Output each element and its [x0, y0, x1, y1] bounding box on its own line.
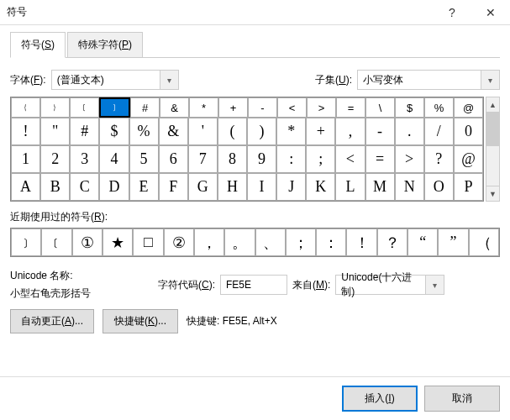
symbol-cell[interactable]: ； — [286, 228, 316, 256]
symbol-cell[interactable]: , — [335, 118, 365, 145]
symbol-cell[interactable]: @ — [454, 97, 483, 118]
symbol-cell[interactable]: 2 — [40, 145, 70, 173]
symbol-cell[interactable]: C — [70, 173, 99, 201]
symbol-cell[interactable]: 6 — [159, 145, 188, 173]
symbol-cell[interactable]: A — [11, 173, 40, 201]
symbol-cell[interactable]: - — [365, 118, 395, 145]
symbol-cell[interactable]: : — [276, 145, 306, 173]
symbol-cell[interactable]: / — [424, 118, 454, 145]
symbol-cell[interactable]: ① — [72, 228, 103, 256]
chevron-down-icon[interactable]: ▾ — [160, 71, 178, 89]
tab-special[interactable]: 特殊字符(P) — [67, 32, 143, 58]
symbol-cell[interactable]: ) — [247, 118, 276, 145]
symbol-cell[interactable]: ？ — [377, 228, 407, 256]
symbol-cell[interactable]: 7 — [188, 145, 218, 173]
symbol-cell[interactable]: 。 — [224, 228, 255, 256]
symbol-cell[interactable]: < — [277, 97, 307, 118]
symbol-cell[interactable]: + — [218, 97, 248, 118]
symbol-cell[interactable]: < — [335, 145, 365, 173]
close-button[interactable]: ✕ — [471, 0, 510, 25]
tab-symbols[interactable]: 符号(S) — [10, 32, 66, 58]
symbol-cell[interactable]: 、 — [255, 228, 286, 256]
symbol-cell[interactable]: % — [129, 118, 159, 145]
symbol-cell[interactable]: P — [454, 173, 483, 201]
symbol-cell[interactable]: 8 — [218, 145, 247, 173]
symbol-cell[interactable]: J — [276, 173, 306, 201]
symbol-cell[interactable]: ' — [188, 118, 218, 145]
symbol-cell[interactable]: 3 — [70, 145, 99, 173]
chevron-down-icon[interactable]: ▾ — [425, 276, 444, 294]
scroll-up-icon[interactable]: ▲ — [486, 97, 499, 113]
code-input[interactable]: FE5E — [220, 275, 287, 295]
cancel-button[interactable]: 取消 — [424, 386, 500, 412]
symbol-cell[interactable]: & — [160, 97, 189, 118]
code-label: 字符代码(C): — [158, 278, 215, 292]
grid-scrollbar[interactable]: ▲ ▼ — [486, 97, 500, 202]
autocorrect-button[interactable]: 自动更正(A)... — [10, 309, 94, 333]
symbol-cell[interactable]: “ — [407, 228, 438, 256]
symbol-cell[interactable]: > — [395, 145, 424, 173]
help-button[interactable]: ? — [433, 0, 471, 25]
symbol-cell[interactable]: F — [159, 173, 188, 201]
symbol-cell[interactable]: O — [424, 173, 454, 201]
symbol-cell[interactable]: （ — [469, 228, 499, 256]
font-select[interactable]: (普通文本) ▾ — [51, 70, 179, 90]
symbol-cell[interactable]: G — [188, 173, 218, 201]
symbol-cell[interactable]: ﹝ — [70, 97, 99, 118]
symbol-cell[interactable]: ” — [438, 228, 468, 256]
symbol-cell[interactable]: 9 — [247, 145, 276, 173]
symbol-cell[interactable]: % — [424, 97, 454, 118]
symbol-cell[interactable]: ： — [316, 228, 346, 256]
symbol-cell[interactable]: K — [306, 173, 335, 201]
symbol-cell[interactable]: + — [306, 118, 335, 145]
symbol-cell[interactable]: ; — [306, 145, 335, 173]
symbol-cell[interactable]: H — [218, 173, 247, 201]
symbol-cell[interactable]: $ — [99, 118, 129, 145]
symbol-cell[interactable]: ? — [424, 145, 454, 173]
symbol-cell[interactable]: 1 — [11, 145, 40, 173]
symbol-cell[interactable]: ﹛ — [11, 97, 40, 118]
symbol-cell[interactable]: □ — [133, 228, 163, 256]
symbol-cell[interactable]: = — [336, 97, 365, 118]
symbol-cell[interactable]: L — [335, 173, 365, 201]
symbol-cell[interactable]: \ — [365, 97, 395, 118]
shortcut-button[interactable]: 快捷键(K)... — [103, 309, 178, 333]
symbol-cell[interactable]: & — [159, 118, 188, 145]
scroll-thumb[interactable] — [486, 113, 499, 146]
symbol-cell[interactable]: ﹞ — [99, 97, 130, 118]
symbol-cell[interactable]: . — [395, 118, 424, 145]
symbol-cell[interactable]: I — [247, 173, 276, 201]
symbol-cell[interactable]: = — [365, 145, 395, 173]
symbol-cell[interactable]: ( — [218, 118, 247, 145]
symbol-cell[interactable]: ﹝ — [41, 228, 71, 256]
symbol-cell[interactable]: ② — [164, 228, 194, 256]
symbol-cell[interactable]: ﹜ — [40, 97, 70, 118]
symbol-cell[interactable]: @ — [454, 145, 483, 173]
subset-select[interactable]: 小写变体 ▾ — [357, 70, 500, 90]
from-select[interactable]: Unicode(十六进制) ▾ — [335, 275, 444, 295]
insert-button[interactable]: 插入(I) — [342, 386, 418, 412]
symbol-cell[interactable]: M — [365, 173, 395, 201]
symbol-cell[interactable]: ， — [194, 228, 224, 256]
symbol-cell[interactable]: # — [130, 97, 160, 118]
symbol-cell[interactable]: * — [276, 118, 306, 145]
symbol-cell[interactable]: E — [129, 173, 159, 201]
symbol-cell[interactable]: > — [307, 97, 336, 118]
symbol-cell[interactable]: * — [189, 97, 218, 118]
symbol-cell[interactable]: ﹞ — [11, 228, 41, 256]
symbol-cell[interactable]: " — [40, 118, 70, 145]
symbol-cell[interactable]: D — [99, 173, 129, 201]
scroll-down-icon[interactable]: ▼ — [486, 186, 499, 201]
symbol-cell[interactable]: $ — [395, 97, 424, 118]
symbol-cell[interactable]: 5 — [129, 145, 159, 173]
symbol-cell[interactable]: # — [70, 118, 99, 145]
symbol-cell[interactable]: 4 — [99, 145, 129, 173]
symbol-cell[interactable]: ★ — [103, 228, 133, 256]
symbol-cell[interactable]: - — [248, 97, 277, 118]
symbol-cell[interactable]: 0 — [454, 118, 483, 145]
chevron-down-icon[interactable]: ▾ — [481, 71, 499, 89]
symbol-cell[interactable]: B — [40, 173, 70, 201]
symbol-cell[interactable]: ！ — [346, 228, 376, 256]
symbol-cell[interactable]: ! — [11, 118, 40, 145]
symbol-cell[interactable]: N — [395, 173, 424, 201]
